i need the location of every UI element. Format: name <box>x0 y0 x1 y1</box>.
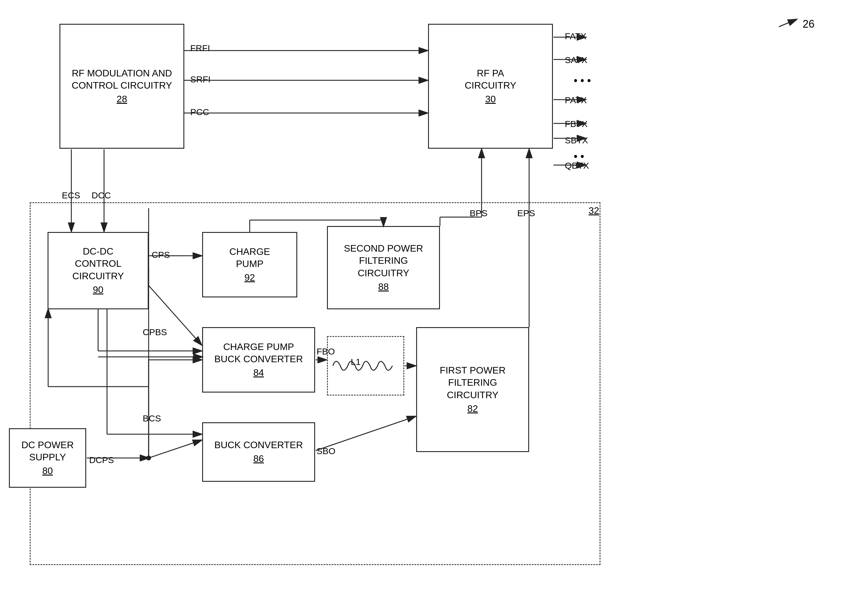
dc-power-ref: 80 <box>42 465 53 477</box>
cpbs-label: CPBS <box>143 327 167 337</box>
pcc-label: PCC <box>190 107 209 117</box>
rf-pa-label: RF PACIRCUITRY <box>465 67 516 92</box>
dcps-label: DCPS <box>89 455 114 465</box>
fatx-label: FATX <box>565 31 586 41</box>
first-power-block: FIRST POWERFILTERINGCIRCUITRY 82 <box>416 327 529 452</box>
rf-pa-block: RF PACIRCUITRY 30 <box>428 24 553 149</box>
rf-pa-ref: 30 <box>485 93 496 106</box>
dots1: • • • <box>574 74 591 87</box>
charge-pump-buck-label: CHARGE PUMPBUCK CONVERTER <box>214 341 303 365</box>
second-power-label: SECOND POWERFILTERINGCIRCUITRY <box>344 243 423 279</box>
dcc-label: DCC <box>92 190 111 200</box>
charge-pump-buck-ref: 84 <box>253 367 264 379</box>
srfi-label: SRFI <box>190 74 210 84</box>
rf-modulation-ref: 28 <box>117 93 127 106</box>
dc-dc-ref: 90 <box>93 284 103 296</box>
charge-pump-label: CHARGEPUMP <box>229 245 270 270</box>
diagram: 26 RF MODULATION AND CONTROL CIRCUITRY 2… <box>0 0 868 593</box>
first-power-label: FIRST POWERFILTERINGCIRCUITRY <box>440 364 506 401</box>
charge-pump-ref: 92 <box>244 272 255 284</box>
rf-modulation-label: RF MODULATION AND CONTROL CIRCUITRY <box>61 67 183 92</box>
fbo-label: FBO <box>317 346 335 356</box>
svg-line-3 <box>779 19 797 27</box>
buck-converter-label: BUCK CONVERTER <box>214 439 303 451</box>
patx-label: PATX <box>565 95 587 105</box>
frfi-label: FRFI <box>190 43 210 53</box>
l1-box <box>327 336 404 396</box>
bps-label: BPS <box>470 208 487 218</box>
dc-dc-block: DC-DCCONTROLCIRCUITRY 90 <box>47 232 149 309</box>
dc-power-block: DC POWERSUPPLY 80 <box>9 428 86 488</box>
ecs-label: ECS <box>62 190 80 200</box>
first-power-ref: 82 <box>467 403 478 415</box>
bcs-label: BCS <box>143 413 161 423</box>
system-ref-32: 32 <box>589 205 599 216</box>
satx-label: SATX <box>565 55 588 65</box>
figure-number: 26 <box>803 18 815 30</box>
charge-pump-buck-block: CHARGE PUMPBUCK CONVERTER 84 <box>202 327 315 393</box>
sbo-label: SBO <box>317 446 335 456</box>
dc-power-label: DC POWERSUPPLY <box>21 439 74 464</box>
rf-modulation-block: RF MODULATION AND CONTROL CIRCUITRY 28 <box>59 24 184 149</box>
qbtx-label: QBTX <box>565 161 589 171</box>
cps-label: CPS <box>152 250 170 260</box>
buck-converter-ref: 86 <box>253 453 264 465</box>
second-power-ref: 88 <box>378 281 389 293</box>
fbtx-label: FBTX <box>565 119 588 129</box>
charge-pump-block: CHARGEPUMP 92 <box>202 232 297 297</box>
dc-dc-label: DC-DCCONTROLCIRCUITRY <box>72 245 124 282</box>
second-power-block: SECOND POWERFILTERINGCIRCUITRY 88 <box>327 226 440 309</box>
sbtx-label: SBTX <box>565 135 588 145</box>
eps-label: EPS <box>517 208 535 218</box>
buck-converter-block: BUCK CONVERTER 86 <box>202 422 315 482</box>
l1-label: L1 <box>351 357 360 367</box>
